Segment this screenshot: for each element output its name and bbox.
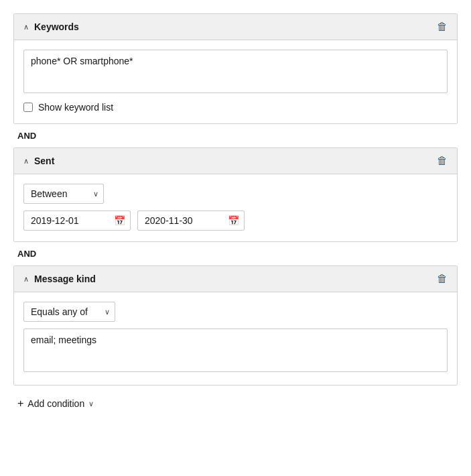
and-separator-1: AND — [13, 124, 458, 147]
add-condition-plus-icon: + — [17, 398, 23, 410]
keywords-collapse-icon[interactable]: ∧ — [23, 23, 29, 32]
and-separator-2: AND — [13, 242, 458, 265]
sent-date-end-input[interactable] — [137, 211, 245, 231]
keywords-checkbox-row: Show keyword list — [23, 102, 448, 113]
keywords-section: ∧ Keywords 🗑 Show keyword list — [13, 13, 458, 124]
message-kind-header-left: ∧ Message kind — [23, 274, 96, 284]
sent-title: Sent — [34, 156, 54, 166]
message-kind-textarea[interactable] — [23, 329, 448, 372]
keywords-title: Keywords — [34, 21, 79, 32]
sent-header-left: ∧ Sent — [23, 156, 54, 166]
add-condition-chevron-icon: ∨ — [88, 400, 94, 408]
sent-body: Between Before After On ∨ 📅 📅 — [14, 174, 457, 241]
sent-section: ∧ Sent 🗑 Between Before After On ∨ 📅 — [13, 147, 458, 242]
sent-collapse-icon[interactable]: ∧ — [23, 157, 29, 166]
message-kind-title: Message kind — [34, 274, 96, 284]
add-condition-row[interactable]: + Add condition ∨ — [13, 385, 458, 415]
message-kind-condition-select[interactable]: Equals any of Does not equal — [23, 302, 115, 322]
keywords-header: ∧ Keywords 🗑 — [14, 14, 457, 40]
main-container: ∧ Keywords 🗑 Show keyword list AND ∧ Sen… — [0, 0, 471, 476]
sent-header: ∧ Sent 🗑 — [14, 148, 457, 174]
sent-date-end-wrapper: 📅 — [137, 211, 245, 231]
keywords-delete-icon[interactable]: 🗑 — [437, 21, 448, 33]
keywords-body: Show keyword list — [14, 40, 457, 123]
message-kind-header: ∧ Message kind 🗑 — [14, 266, 457, 292]
sent-condition-select[interactable]: Between Before After On — [23, 184, 104, 204]
message-kind-condition-wrapper: Equals any of Does not equal ∨ — [23, 302, 115, 322]
message-kind-delete-icon[interactable]: 🗑 — [437, 273, 448, 285]
sent-condition-wrapper: Between Before After On ∨ — [23, 184, 104, 204]
add-condition-label: Add condition — [27, 398, 84, 409]
sent-date-start-wrapper: 📅 — [23, 211, 131, 231]
show-keyword-list-label[interactable]: Show keyword list — [38, 102, 113, 113]
sent-date-row: 📅 📅 — [23, 211, 448, 231]
keywords-header-left: ∧ Keywords — [23, 21, 79, 32]
message-kind-section: ∧ Message kind 🗑 Equals any of Does not … — [13, 265, 458, 385]
message-kind-body: Equals any of Does not equal ∨ — [14, 292, 457, 385]
sent-delete-icon[interactable]: 🗑 — [437, 155, 448, 167]
show-keyword-list-checkbox[interactable] — [23, 103, 33, 112]
message-kind-collapse-icon[interactable]: ∧ — [23, 275, 29, 284]
keywords-textarea[interactable] — [23, 50, 448, 93]
sent-date-start-input[interactable] — [23, 211, 131, 231]
